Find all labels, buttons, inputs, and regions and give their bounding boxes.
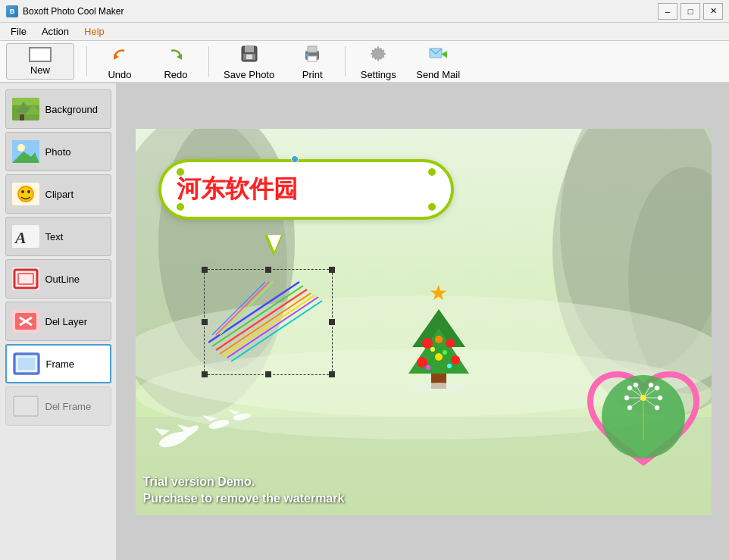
sidebar-item-delframe: Del Frame xyxy=(5,386,111,426)
svg-rect-3 xyxy=(245,46,254,52)
birds-svg xyxy=(151,386,264,462)
outline-icon xyxy=(12,267,39,290)
svg-point-79 xyxy=(634,383,638,387)
sidebar-item-photo[interactable]: Photo xyxy=(5,132,111,171)
text-icon: A xyxy=(12,225,39,248)
speech-bubble: 河东软件园 xyxy=(158,159,461,235)
toolbar-separator-3 xyxy=(345,46,346,77)
svg-point-80 xyxy=(649,383,653,387)
background-icon xyxy=(12,98,39,120)
svg-rect-35 xyxy=(14,396,38,416)
heart-svg xyxy=(583,356,704,477)
svg-point-67 xyxy=(447,364,452,368)
svg-point-87 xyxy=(640,395,646,401)
svg-point-85 xyxy=(627,405,632,410)
svg-point-68 xyxy=(412,383,465,392)
colorful-lines-svg xyxy=(208,274,330,369)
svg-rect-5 xyxy=(246,55,252,59)
sidebar-item-dellayer[interactable]: Del Layer xyxy=(5,302,111,341)
sidebar-item-text[interactable]: A Text xyxy=(5,217,111,256)
svg-rect-9 xyxy=(306,54,309,56)
new-label: New xyxy=(30,64,50,76)
redo-icon xyxy=(165,43,186,67)
clipart-icon xyxy=(12,183,39,205)
titlebar-controls: – □ ✕ xyxy=(658,3,723,20)
print-icon xyxy=(302,43,323,67)
menu-file[interactable]: File xyxy=(3,23,34,39)
outline-label: OutLine xyxy=(45,274,80,285)
minimize-button[interactable]: – xyxy=(658,3,677,20)
svg-rect-33 xyxy=(18,358,35,370)
text-label: Text xyxy=(45,231,64,242)
save-label: Save Photo xyxy=(224,69,274,80)
svg-marker-93 xyxy=(202,415,217,421)
delframe-label: Del Frame xyxy=(45,401,92,412)
svg-point-20 xyxy=(17,144,25,152)
sidebar: Background Photo Clipart xyxy=(0,83,117,560)
toolbar-separator-2 xyxy=(208,46,209,77)
bubble-text: 河东软件园 xyxy=(177,173,298,206)
sidebar-item-outline[interactable]: OutLine xyxy=(5,259,111,299)
tree-star: ★ xyxy=(401,280,477,305)
new-button[interactable]: New xyxy=(6,43,74,80)
menu-action[interactable]: Action xyxy=(34,23,77,39)
close-button[interactable]: ✕ xyxy=(703,3,723,20)
svg-rect-28 xyxy=(18,274,33,284)
settings-button[interactable]: Settings xyxy=(352,43,405,80)
photo-label: Photo xyxy=(45,146,71,158)
save-button[interactable]: Save Photo xyxy=(215,43,283,80)
print-button[interactable]: Print xyxy=(286,43,339,80)
menubar: File Action Help xyxy=(0,23,729,41)
svg-point-81 xyxy=(627,386,632,390)
svg-point-62 xyxy=(451,355,460,364)
svg-line-54 xyxy=(212,282,265,335)
svg-line-47 xyxy=(224,296,314,356)
undo-button[interactable]: Undo xyxy=(93,43,146,80)
clipart-label: Clipart xyxy=(45,189,74,200)
delframe-icon xyxy=(12,395,39,418)
dellayer-icon xyxy=(12,310,39,333)
svg-marker-90 xyxy=(155,428,170,436)
titlebar-left: B Boxoft Photo Cool Maker xyxy=(6,5,124,17)
svg-point-58 xyxy=(422,338,433,349)
bubble-dot-tr xyxy=(428,168,436,176)
bubble-handle-top[interactable] xyxy=(291,155,299,163)
sendmail-button[interactable]: Send Mail xyxy=(408,43,468,80)
sendmail-label: Send Mail xyxy=(416,69,460,80)
svg-rect-7 xyxy=(308,46,317,52)
bubble-dot-br xyxy=(428,203,436,211)
svg-rect-8 xyxy=(308,56,317,61)
dellayer-label: Del Layer xyxy=(45,316,88,327)
svg-rect-18 xyxy=(20,114,24,120)
menu-help[interactable]: Help xyxy=(77,23,112,39)
settings-label: Settings xyxy=(361,69,396,80)
svg-point-61 xyxy=(417,357,427,368)
heart-dandelion xyxy=(583,356,696,470)
svg-point-24 xyxy=(27,190,30,193)
svg-point-65 xyxy=(443,350,447,355)
app-icon: B xyxy=(6,5,18,17)
bubble-dot-bl xyxy=(177,203,184,211)
canvas-area[interactable]: 河东软件园 xyxy=(117,83,729,560)
sidebar-item-clipart[interactable]: Clipart xyxy=(5,174,111,214)
svg-point-60 xyxy=(435,336,443,343)
svg-point-66 xyxy=(426,365,430,370)
svg-point-84 xyxy=(658,396,662,400)
xmas-tree: ★ xyxy=(401,280,477,399)
sidebar-item-frame[interactable]: Frame xyxy=(5,344,111,383)
save-icon xyxy=(239,43,260,67)
photo-canvas: 河东软件园 xyxy=(136,129,712,515)
bubble-tail-inner xyxy=(268,235,281,252)
titlebar-title: Boxoft Photo Cool Maker xyxy=(23,6,124,17)
sidebar-item-background[interactable]: Background xyxy=(5,89,111,129)
redo-button[interactable]: Redo xyxy=(149,43,202,80)
svg-point-83 xyxy=(624,396,629,400)
svg-text:A: A xyxy=(14,228,27,247)
svg-point-82 xyxy=(655,386,659,390)
sendmail-icon xyxy=(427,43,449,67)
tree-svg xyxy=(401,305,477,396)
toolbar: New Undo Redo xyxy=(0,41,729,83)
toolbar-separator-1 xyxy=(86,46,87,77)
maximize-button[interactable]: □ xyxy=(681,3,700,20)
svg-point-63 xyxy=(435,353,443,361)
